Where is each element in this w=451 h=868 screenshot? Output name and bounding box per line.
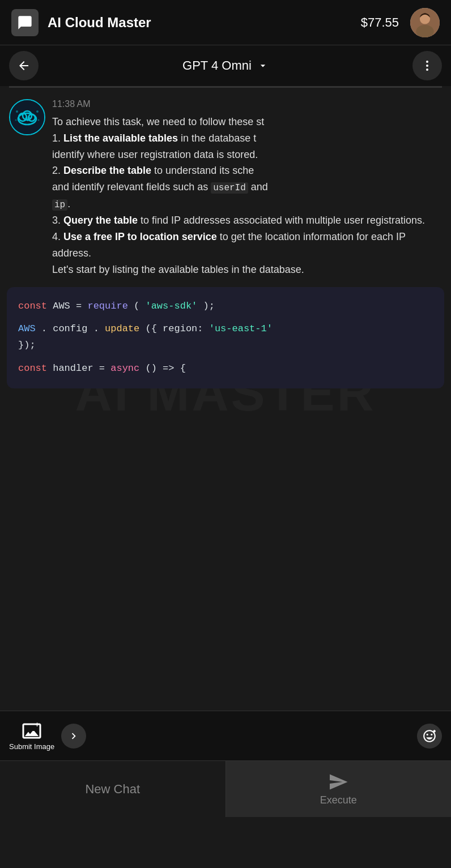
submit-image-label: Submit Image bbox=[9, 742, 54, 751]
code-line-1: const AWS = require ( 'aws-sdk' ); bbox=[18, 298, 433, 315]
chat-bubble-icon bbox=[17, 15, 33, 31]
emoji-plus-icon bbox=[422, 729, 437, 743]
svg-point-14 bbox=[15, 119, 17, 121]
code-line-2: AWS . config . update ({ region: 'us-eas… bbox=[18, 321, 433, 337]
user-avatar[interactable] bbox=[410, 8, 440, 37]
ai-cloud-icon: AI bbox=[10, 100, 44, 134]
svg-point-12 bbox=[16, 110, 18, 113]
svg-text:AI: AI bbox=[24, 116, 31, 122]
svg-point-3 bbox=[426, 61, 428, 63]
avatar-image bbox=[410, 8, 440, 37]
svg-text:+: + bbox=[35, 721, 39, 729]
message-content: 11:38 AM To achieve this task, we need t… bbox=[52, 99, 442, 278]
top-header: AI Cloud Master $77.55 bbox=[0, 0, 451, 45]
bottom-actions: New Chat Execute bbox=[0, 760, 451, 817]
message-timestamp: 11:38 AM bbox=[52, 99, 442, 109]
message-row: AI 11:38 AM To achieve this task, we nee… bbox=[0, 88, 451, 278]
bottom-input-bar: + Submit Image bbox=[0, 711, 451, 760]
emoji-button[interactable] bbox=[417, 724, 442, 749]
svg-point-15 bbox=[38, 119, 40, 121]
model-selector[interactable]: GPT 4 Omni bbox=[45, 58, 406, 73]
image-plus-icon: + bbox=[22, 721, 42, 741]
back-arrow-icon bbox=[17, 59, 31, 72]
execute-label: Execute bbox=[320, 794, 357, 806]
balance-display: $77.55 bbox=[361, 15, 399, 30]
nav-bar: GPT 4 Omni bbox=[0, 45, 451, 86]
send-message-button[interactable] bbox=[61, 724, 86, 749]
code-block: const AWS = require ( 'aws-sdk' ); AWS .… bbox=[7, 287, 444, 389]
submit-image-button[interactable]: + Submit Image bbox=[9, 721, 54, 751]
svg-point-13 bbox=[36, 110, 39, 113]
ai-avatar: AI bbox=[9, 99, 45, 135]
execute-send-icon bbox=[328, 772, 348, 792]
send-arrow-icon bbox=[67, 730, 80, 742]
execute-button[interactable]: Execute bbox=[226, 761, 452, 817]
message-text: To achieve this task, we need to follow … bbox=[52, 114, 442, 278]
code-line-4: const handler = async () => { bbox=[18, 361, 433, 377]
more-vertical-icon bbox=[420, 59, 434, 72]
execute-arrow-icon bbox=[328, 772, 348, 792]
avatar-svg bbox=[410, 8, 440, 37]
new-chat-button[interactable]: New Chat bbox=[0, 761, 226, 817]
svg-point-5 bbox=[426, 69, 428, 71]
code-line-3: }); bbox=[18, 337, 433, 354]
chat-area: AI MASTER AI 11:38 AM bbox=[0, 88, 451, 711]
model-name: GPT 4 Omni bbox=[182, 58, 252, 73]
new-chat-label: New Chat bbox=[85, 782, 140, 797]
app-title: AI Cloud Master bbox=[48, 15, 361, 31]
chevron-down-icon bbox=[257, 60, 269, 71]
app-icon bbox=[11, 9, 39, 36]
back-button[interactable] bbox=[9, 51, 39, 80]
svg-point-4 bbox=[426, 65, 428, 67]
more-options-button[interactable] bbox=[412, 51, 442, 80]
